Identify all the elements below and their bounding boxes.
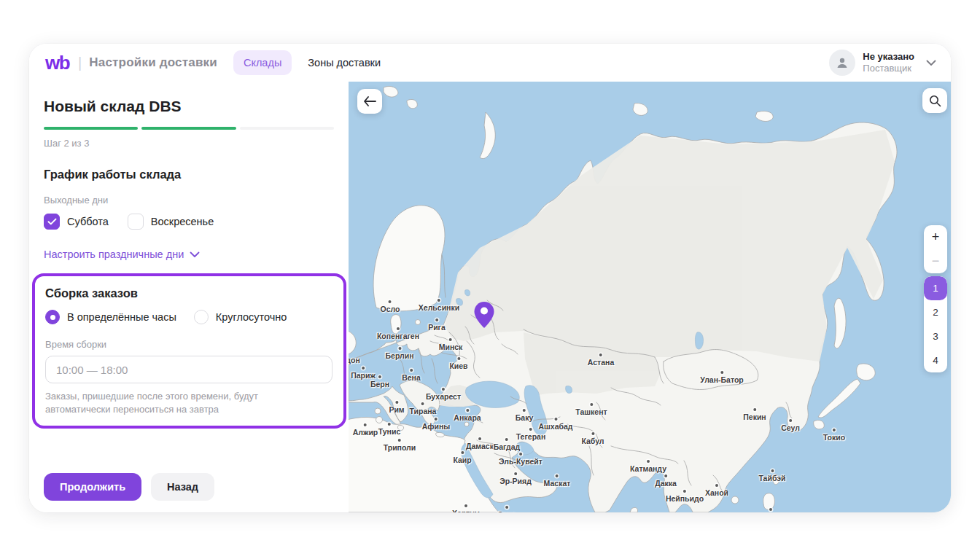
map-location-pin xyxy=(473,301,495,329)
app-header: wb | Настройки доставки Склады Зоны дост… xyxy=(29,44,951,82)
tab-delivery-zones[interactable]: Зоны доставки xyxy=(298,50,391,75)
checkbox-saturday[interactable]: Суббота xyxy=(44,214,109,230)
user-menu[interactable]: Не указано Поставщик xyxy=(829,50,936,76)
page-title: Новый склад DBS xyxy=(44,98,334,115)
wb-logo: wb xyxy=(45,52,69,74)
checkbox-sunday[interactable]: Воскресенье xyxy=(128,214,214,230)
assembly-time-input[interactable] xyxy=(45,356,332,383)
user-texts: Не указано Поставщик xyxy=(863,51,914,75)
checkbox-sunday-label: Воскресенье xyxy=(151,216,214,227)
person-icon xyxy=(836,56,849,69)
chevron-down-icon xyxy=(926,60,936,66)
continue-button[interactable]: Продолжить xyxy=(44,473,141,501)
header-tabs: Склады Зоны доставки xyxy=(233,50,391,75)
radio-specific-hours-label: В определённые часы xyxy=(67,311,176,323)
avatar xyxy=(829,50,855,76)
tab-warehouses[interactable]: Склады xyxy=(233,50,292,75)
checkbox-saturday-box[interactable] xyxy=(44,214,60,230)
progress-bar xyxy=(44,127,334,130)
map-back-button[interactable] xyxy=(357,89,382,114)
assembly-radios: В определённые часы Круглосуточно xyxy=(45,310,332,324)
arrow-left-icon xyxy=(363,96,376,106)
map-canvas[interactable]: ОслоХельсинкиРигаКопенгагенМинскБерлинКи… xyxy=(349,82,951,512)
chevron-down-icon xyxy=(190,251,200,258)
holidays-link[interactable]: Настроить праздничные дни xyxy=(44,249,334,260)
back-button[interactable]: Назад xyxy=(151,473,214,501)
assembly-highlight-box: Сборка заказов В определённые часы Кругл… xyxy=(32,273,346,429)
radio-around-the-clock-label: Круглосуточно xyxy=(216,311,287,323)
map-zoom-control: + − xyxy=(924,225,947,273)
logo-separator: | xyxy=(78,55,82,71)
progress-segment xyxy=(240,127,334,130)
assembly-time-label: Время сборки xyxy=(45,339,332,350)
progress-segment xyxy=(141,127,236,130)
assembly-heading: Сборка заказов xyxy=(45,286,332,300)
schedule-heading: График работы склада xyxy=(44,168,334,181)
checkbox-saturday-label: Суббота xyxy=(67,216,109,227)
user-role: Поставщик xyxy=(863,63,914,74)
radio-specific-hours-control[interactable] xyxy=(45,310,60,324)
main-card: wb | Настройки доставки Склады Зоны дост… xyxy=(29,44,951,512)
user-name: Не указано xyxy=(863,51,914,63)
map-search-button[interactable] xyxy=(922,88,947,113)
map-geography xyxy=(349,82,951,512)
assembly-helper-text: Заказы, пришедшие после этого времени, б… xyxy=(45,390,322,415)
holidays-link-label: Настроить праздничные дни xyxy=(44,249,184,260)
checkbox-sunday-box[interactable] xyxy=(128,214,144,230)
radio-around-the-clock[interactable]: Круглосуточно xyxy=(194,310,287,324)
check-icon xyxy=(47,218,57,225)
app-title: Настройки доставки xyxy=(89,55,217,70)
map-level-2[interactable]: 2 xyxy=(924,300,947,324)
search-icon xyxy=(929,95,941,107)
weekend-checkboxes: Суббота Воскресенье xyxy=(44,214,334,230)
weekend-label: Выходные дни xyxy=(44,195,334,206)
map-level-3[interactable]: 3 xyxy=(924,324,947,348)
form-actions: Продолжить Назад xyxy=(44,473,334,501)
map-level-4[interactable]: 4 xyxy=(924,348,947,372)
map-level-1[interactable]: 1 xyxy=(924,276,947,300)
zoom-out-button[interactable]: − xyxy=(924,249,947,273)
warehouse-form-panel: Новый склад DBS Шаг 2 из 3 График работы… xyxy=(29,82,349,512)
step-label: Шаг 2 из 3 xyxy=(44,138,334,149)
progress-segment xyxy=(44,127,138,130)
radio-specific-hours[interactable]: В определённые часы xyxy=(45,310,176,324)
radio-around-the-clock-control[interactable] xyxy=(194,310,209,324)
map-level-buttons: 1234 xyxy=(924,276,947,372)
zoom-in-button[interactable]: + xyxy=(924,225,947,249)
